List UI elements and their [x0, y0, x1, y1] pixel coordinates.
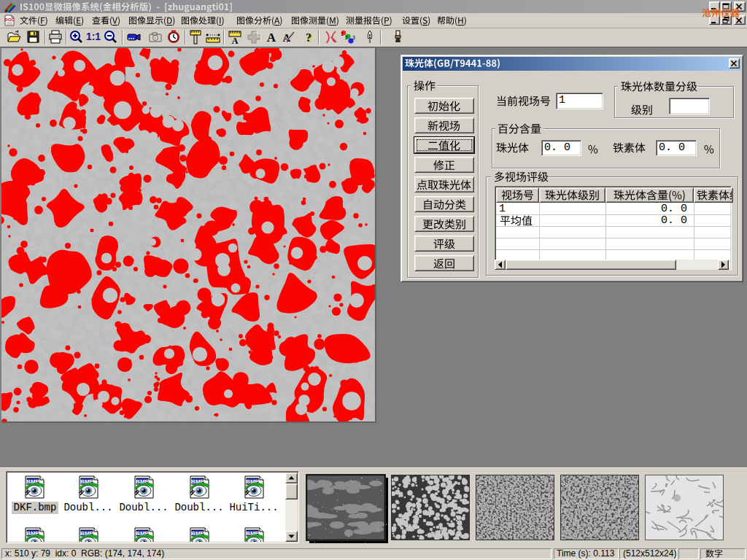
svg-text:3: 3	[352, 35, 355, 40]
svg-text:A: A	[267, 31, 276, 44]
svg-text:A: A	[232, 36, 239, 44]
svg-text:DOC: DOC	[4, 18, 15, 22]
svg-text:2: 2	[345, 35, 348, 40]
svg-text:1:1: 1:1	[86, 31, 101, 42]
svg-text:1: 1	[341, 31, 344, 36]
svg-text:?: ?	[306, 31, 311, 44]
